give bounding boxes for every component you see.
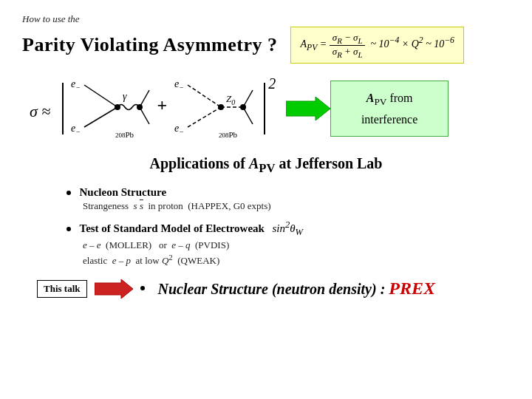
svg-marker-21 — [286, 97, 330, 120]
bullet-item-nucleon: Nucleon Structure Strangeness s s in pro… — [66, 186, 510, 212]
this-talk-row: This talk Nuclear Structure (neutron den… — [37, 278, 510, 300]
this-talk-text: Nuclear Structure (neutron density) : PR… — [158, 279, 436, 299]
apv-result-sub: PV — [374, 96, 386, 107]
main-title: Parity Violating Asymmetry ? — [22, 34, 277, 56]
svg-line-3 — [84, 107, 117, 127]
nucleon-structure-detail: Strangeness s s in proton (HAPPEX, G0 ex… — [83, 200, 510, 212]
sigma-label: σ ≈ — [30, 102, 50, 121]
how-to-use-label: How to use the — [22, 13, 510, 25]
diagram-photon: e− e− γ 208Pb — [69, 74, 151, 143]
result-arrow — [286, 95, 330, 122]
svg-line-7 — [140, 90, 149, 107]
interference-label: interference — [343, 110, 436, 129]
diagram-z0: e− e− Z0 208Pb — [173, 74, 258, 143]
svg-line-13 — [188, 107, 221, 127]
svg-text:e−: e− — [71, 78, 81, 92]
svg-text:Z0: Z0 — [226, 93, 235, 106]
electroweak-detail-2: elastic e – p at low Q2 (QWEAK) — [83, 253, 510, 267]
svg-text:e−: e− — [174, 123, 184, 136]
title-row: Parity Violating Asymmetry ? APV = σR − … — [22, 27, 510, 64]
this-talk-bullet — [140, 286, 145, 290]
svg-text:e−: e− — [174, 78, 184, 92]
nucleon-structure-label: Nucleon Structure — [80, 186, 167, 198]
squared-superscript: 2 — [268, 75, 276, 92]
plus-sign: + — [157, 95, 167, 115]
diagram-row: σ ≈ e− e− γ — [30, 74, 510, 143]
sin2-formula: sin2θW — [272, 222, 303, 234]
applications-title: Applications of APV at Jefferson Lab — [22, 155, 510, 176]
apv-result-box: APV from interference — [330, 81, 449, 137]
svg-line-19 — [243, 107, 253, 124]
applications-list: Nucleon Structure Strangeness s s in pro… — [66, 186, 510, 267]
svg-text:208Pb: 208Pb — [219, 130, 238, 139]
left-vert-bar — [62, 83, 64, 134]
formula-display: APV = σR − σL σR + σL ~ 10−4 × Q2 ~ 10−6 — [300, 38, 454, 50]
apv-result-label: A — [366, 92, 375, 104]
bullet-item-electroweak: Test of Standard Model of Electroweak si… — [66, 219, 510, 267]
electroweak-label: Test of Standard Model of Electroweak — [80, 222, 265, 234]
svg-marker-22 — [95, 279, 133, 299]
svg-line-11 — [188, 85, 221, 107]
bullet-dot-2 — [66, 227, 71, 231]
from-label: from — [389, 92, 412, 104]
right-vert-bar — [264, 83, 265, 134]
this-talk-arrow — [95, 278, 133, 300]
svg-text:γ: γ — [123, 91, 127, 102]
bullet-dot-1 — [66, 191, 71, 195]
formula-box: APV = σR − σL σR + σL ~ 10−4 × Q2 ~ 10−6 — [290, 27, 464, 64]
svg-text:e−: e− — [71, 123, 81, 136]
svg-line-18 — [243, 90, 253, 107]
prex-label: PREX — [389, 279, 435, 298]
svg-text:208Pb: 208Pb — [115, 130, 134, 139]
svg-line-1 — [84, 85, 117, 107]
electroweak-detail-1: e – e (MOLLER) or e – q (PVDIS) — [83, 239, 510, 251]
main-page: How to use the Parity Violating Asymmetr… — [0, 0, 532, 399]
this-talk-label: This talk — [37, 280, 87, 298]
svg-line-8 — [140, 107, 149, 124]
